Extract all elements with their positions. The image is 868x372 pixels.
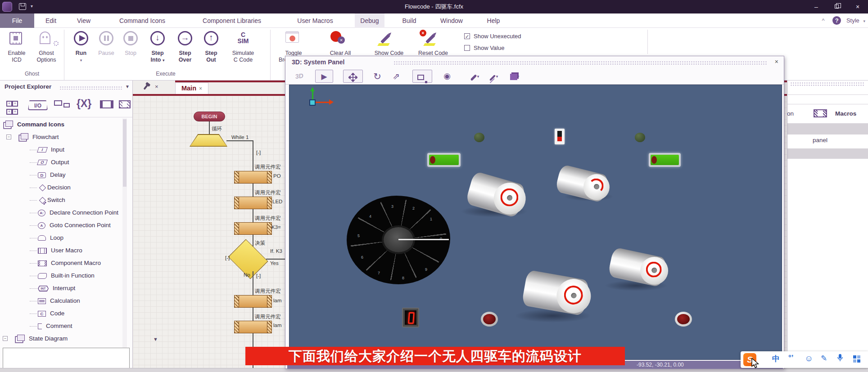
ime-handwriting-button[interactable]: ✎: [821, 354, 827, 363]
tree-item-comment[interactable]: Comment: [0, 320, 127, 332]
step-over-button[interactable]: → StepOver: [173, 29, 197, 63]
tree-item-input[interactable]: IInput: [0, 143, 127, 156]
panel-drag-handle[interactable]: [790, 82, 865, 86]
tree-item-delay[interactable]: DDelay: [0, 169, 127, 181]
ghost-options-button[interactable]: GhostOptions: [32, 29, 60, 63]
menu-view[interactable]: View: [72, 13, 95, 28]
stop-button[interactable]: Stop: [120, 29, 141, 57]
region-tool-button[interactable]: [412, 70, 432, 83]
3d-panel-close-icon[interactable]: ×: [775, 58, 778, 65]
menu-component-libraries[interactable]: Component Libraries: [191, 13, 272, 28]
grid-plus-icon[interactable]: ++ ++: [6, 99, 18, 115]
tree-item-calculation[interactable]: Calculation: [0, 295, 127, 307]
tree-item-goto-connection-point[interactable]: AGoto Connection Point: [0, 219, 127, 232]
menu-window[interactable]: Window: [434, 13, 469, 28]
tree-item-decision[interactable]: Decision: [0, 181, 127, 194]
macro-icon[interactable]: [100, 100, 113, 110]
red-led-object[interactable]: [675, 312, 692, 327]
variables-icon[interactable]: {X}: [77, 98, 91, 110]
tree-item-component-macro[interactable]: Component Macro: [0, 257, 127, 269]
tab-main[interactable]: Main×: [175, 82, 208, 94]
flowchart-call-node[interactable]: [234, 321, 272, 333]
green-sphere-object[interactable]: [635, 133, 645, 142]
style-menu[interactable]: Style: [846, 17, 859, 24]
windows-icon[interactable]: [54, 99, 68, 108]
scroll-down-icon[interactable]: ▼: [153, 336, 158, 342]
scrollbar-thumb[interactable]: [123, 119, 127, 187]
orbit-tool-button[interactable]: ↻: [369, 70, 385, 83]
reset-code-button[interactable]: × Reset Code: [415, 29, 451, 57]
close-button[interactable]: ×: [847, 0, 868, 13]
tree-item-command-icons[interactable]: Command Icons: [0, 118, 127, 131]
tree-item-code[interactable]: CCode: [0, 307, 127, 320]
pause-button[interactable]: Pause: [95, 29, 118, 57]
restore-button[interactable]: [827, 0, 847, 13]
tab-close-icon[interactable]: ×: [199, 85, 202, 92]
minimize-button[interactable]: –: [806, 0, 827, 13]
menu-debug[interactable]: Debug: [355, 13, 384, 28]
collapse-box-icon[interactable]: −: [6, 134, 11, 139]
checkbox-show-value[interactable]: [464, 45, 470, 51]
switch-object[interactable]: [555, 129, 565, 144]
visibility-eye-button[interactable]: ◉: [439, 70, 456, 83]
red-led-object[interactable]: [481, 312, 498, 327]
enable-icd-button[interactable]: EnableICD: [4, 29, 30, 63]
collapse-mark[interactable]: [-]: [256, 273, 261, 278]
ime-punctuation-button[interactable]: °’: [788, 354, 794, 363]
simulate-c-code-button[interactable]: CSIM SimulateC Code: [225, 29, 261, 63]
flowchart-call-node[interactable]: [234, 197, 272, 209]
panel-close-icon[interactable]: ×: [155, 83, 158, 90]
panel-drag-handle[interactable]: [393, 61, 767, 65]
3d-shapes-button[interactable]: ▾: [504, 70, 525, 83]
tree-item-declare-connection-point[interactable]: A:Declare Connection Point: [0, 206, 127, 219]
select-cursor-button[interactable]: ▶: [315, 70, 333, 83]
green-led-bar[interactable]: [649, 153, 681, 167]
flowchart-call-node[interactable]: [234, 295, 272, 308]
ime-keyboard-layout-button[interactable]: [853, 355, 861, 363]
collapse-box-icon[interactable]: −: [3, 336, 8, 341]
menu-command-icons[interactable]: Command Icons: [108, 13, 176, 28]
flowchart-call-node[interactable]: [234, 222, 272, 235]
green-led-bar[interactable]: [427, 153, 461, 167]
seven-segment-display[interactable]: [402, 308, 419, 327]
tree-item-user-macro[interactable]: User Macro: [0, 244, 127, 257]
table-row[interactable]: [787, 123, 868, 134]
component-macro-toolbar-icon[interactable]: [119, 100, 131, 110]
ime-emoji-button[interactable]: ☺: [805, 354, 813, 363]
tree-item-interrupt[interactable]: INTInterrupt: [0, 282, 127, 295]
menu-build[interactable]: Build: [395, 13, 423, 28]
paint-brush-button[interactable]: ▾: [484, 70, 503, 83]
step-into-button[interactable]: ↓ StepInto ▾: [145, 29, 170, 64]
collapse-mark[interactable]: [-]: [225, 255, 230, 260]
3d-viewport[interactable]: 0 1 2 3 4 5 6 7 8 9: [289, 85, 782, 360]
panel-drag-handle[interactable]: [59, 86, 122, 90]
tree-item-state-diagram[interactable]: −State Diagram: [0, 332, 127, 345]
tree-item-output[interactable]: OOutput: [0, 156, 127, 169]
help-icon[interactable]: ?: [832, 16, 841, 25]
show-code-button[interactable]: Show Code: [373, 29, 405, 57]
io-icon[interactable]: I/O: [28, 100, 48, 110]
tree-scrollbar[interactable]: [122, 118, 127, 361]
ime-voice-button[interactable]: [837, 354, 843, 365]
tree-item-built-in-function[interactable]: Built-in Function: [0, 269, 127, 282]
ribbon-collapse-icon[interactable]: ^: [822, 17, 825, 24]
collapse-mark[interactable]: [-]: [256, 150, 261, 155]
flowchart-loop-node[interactable]: [190, 134, 227, 147]
green-sphere-object[interactable]: [474, 133, 484, 142]
menu-help[interactable]: Help: [481, 13, 506, 28]
tree-item-loop[interactable]: Loop: [0, 232, 127, 244]
tree-item-flowchart[interactable]: −Flowchart: [0, 131, 127, 143]
motor-object[interactable]: [555, 164, 610, 203]
menu-file[interactable]: File: [0, 13, 34, 28]
style-caret-icon[interactable]: ▾: [863, 19, 865, 23]
table-cell-panel[interactable]: panel: [813, 137, 827, 143]
flowchart-call-node[interactable]: [234, 171, 272, 184]
table-row[interactable]: [787, 148, 868, 159]
rotary-dial-object[interactable]: 0 1 2 3 4 5 6 7 8 9: [347, 196, 450, 284]
run-button[interactable]: Run▾: [70, 29, 92, 64]
motor-object[interactable]: [521, 269, 590, 316]
panel-menu-caret-icon[interactable]: ▼: [125, 84, 130, 89]
menu-user-macros[interactable]: User Macros: [286, 13, 344, 28]
checkbox-show-unexecuted[interactable]: ✓: [464, 33, 470, 39]
zoom-extents-button[interactable]: ⇗: [388, 70, 404, 83]
